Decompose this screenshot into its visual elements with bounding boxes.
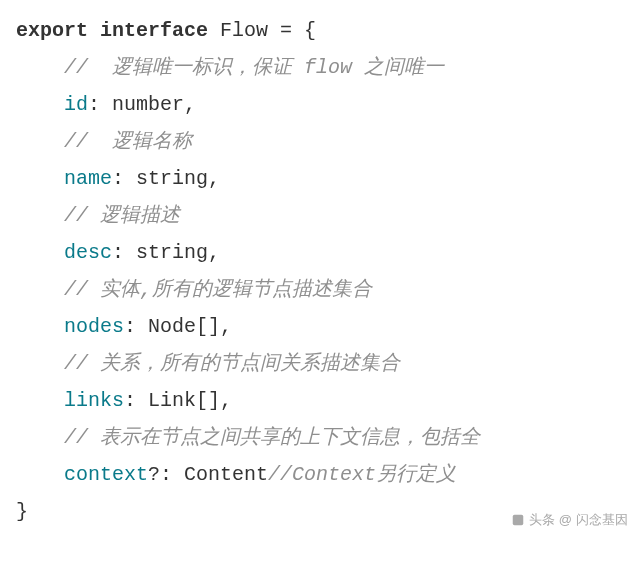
comment-context: // 表示在节点之间共享的上下文信息，包括全 — [64, 426, 480, 449]
code-block: export interface Flow = { // 逻辑唯一标识，保证 f… — [16, 12, 632, 530]
comment-nodes: // 实体,所有的逻辑节点描述集合 — [64, 278, 372, 301]
indent — [16, 130, 64, 153]
indent — [16, 389, 64, 412]
prop-context: context — [64, 463, 148, 486]
interface-name: Flow — [220, 19, 268, 42]
optional-mark: ? — [148, 463, 160, 486]
type-number: number — [112, 93, 184, 116]
indent — [16, 93, 64, 116]
type-string: string — [136, 241, 208, 264]
indent — [16, 56, 64, 79]
comment-links: // 关系，所有的节点间关系描述集合 — [64, 352, 400, 375]
watermark-at: @ — [559, 508, 572, 532]
punct-lbrace: { — [304, 19, 316, 42]
prop-links: links — [64, 389, 124, 412]
comment-id: // 逻辑唯一标识，保证 flow 之间唯一 — [64, 56, 444, 79]
watermark-author: 闪念基因 — [576, 508, 628, 532]
indent — [16, 426, 64, 449]
indent — [16, 167, 64, 190]
keyword-export: export — [16, 19, 88, 42]
punct-eq: = — [268, 19, 304, 42]
prop-name: name — [64, 167, 112, 190]
type-link-array: Link[] — [148, 389, 220, 412]
toutiao-icon — [511, 513, 525, 527]
punct-rbrace: } — [16, 500, 28, 523]
svg-rect-0 — [513, 515, 524, 526]
type-node-array: Node[] — [148, 315, 220, 338]
watermark: 头条 @闪念基因 — [511, 508, 628, 532]
indent — [16, 463, 64, 486]
comment-name: // 逻辑名称 — [64, 130, 192, 153]
type-string: string — [136, 167, 208, 190]
prop-desc: desc — [64, 241, 112, 264]
indent — [16, 315, 64, 338]
keyword-interface: interface — [100, 19, 208, 42]
indent — [16, 241, 64, 264]
indent — [16, 352, 64, 375]
prop-id: id — [64, 93, 88, 116]
type-content: Content — [184, 463, 268, 486]
prop-nodes: nodes — [64, 315, 124, 338]
watermark-prefix: 头条 — [529, 508, 555, 532]
comment-context-tail: //Context另行定义 — [268, 463, 456, 486]
indent — [16, 278, 64, 301]
indent — [16, 204, 64, 227]
comment-desc: // 逻辑描述 — [64, 204, 180, 227]
